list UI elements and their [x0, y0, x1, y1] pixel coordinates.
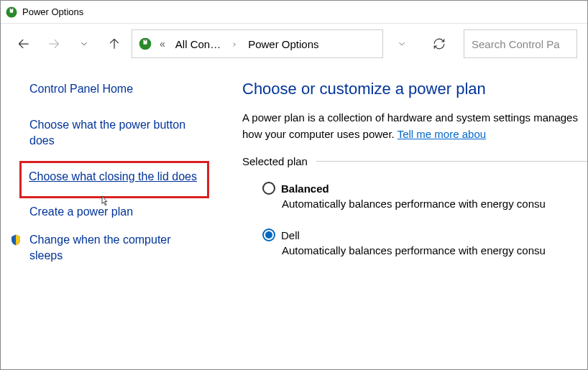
power-plan-option: Balanced Automatically balances performa… [262, 182, 587, 210]
group-label: Selected plan [242, 155, 313, 167]
selected-plan-group: Selected plan [242, 155, 587, 167]
power-plan-option: Dell Automatically balances performance … [262, 228, 587, 256]
window-title: Power Options [22, 6, 83, 17]
sidebar-link-power-button[interactable]: Choose what the power button does [29, 117, 205, 149]
radio-unchecked-icon[interactable] [262, 182, 275, 195]
breadcrumb-overflow-icon[interactable]: « [157, 38, 168, 50]
plan-name: Balanced [281, 182, 329, 195]
svg-rect-5 [144, 39, 146, 41]
recent-locations-dropdown[interactable] [71, 31, 97, 57]
page-heading: Choose or customize a power plan [242, 80, 587, 98]
up-button[interactable] [101, 31, 127, 57]
link-label: Choose what the power button does [29, 119, 185, 147]
window-titlebar: Power Options [1, 1, 587, 24]
divider [316, 161, 587, 162]
breadcrumb-segment[interactable]: All Con… [171, 38, 225, 50]
plan-name: Dell [281, 229, 300, 241]
shield-icon [9, 233, 22, 246]
svg-rect-2 [11, 8, 12, 9]
power-options-icon [5, 6, 18, 19]
sidebar-link-create-plan[interactable]: Create a power plan [29, 204, 205, 220]
search-input[interactable] [472, 38, 569, 50]
control-panel-home-link[interactable]: Control Panel Home [29, 83, 205, 96]
learn-more-link[interactable]: Tell me more abou [398, 128, 486, 140]
refresh-button[interactable] [425, 29, 454, 58]
power-options-icon [138, 37, 152, 51]
content-area: Control Panel Home Choose what the power… [1, 64, 587, 275]
navigation-bar: « All Con… Power Options [1, 24, 587, 64]
plan-radio-row[interactable]: Dell [262, 228, 587, 241]
sidebar: Control Panel Home Choose what the power… [1, 64, 216, 275]
plan-radio-row[interactable]: Balanced [262, 182, 587, 195]
back-button[interactable] [11, 31, 37, 57]
address-bar[interactable]: « All Con… Power Options [132, 29, 383, 58]
link-label: Change when the computer sleeps [29, 233, 171, 262]
sidebar-link-change-sleep[interactable]: Change when the computer sleeps [9, 232, 205, 264]
forward-button[interactable] [41, 31, 67, 57]
radio-checked-icon[interactable] [262, 228, 275, 241]
sidebar-link-closing-lid[interactable]: Choose what closing the lid does [19, 161, 209, 198]
link-label: Choose what closing the lid does [29, 170, 197, 182]
page-description: A power plan is a collection of hardware… [242, 110, 587, 142]
address-dropdown-button[interactable] [387, 29, 416, 58]
breadcrumb-segment[interactable]: Power Options [244, 38, 323, 50]
plan-description: Automatically balances performance with … [282, 244, 587, 256]
search-box[interactable] [464, 29, 577, 58]
link-label: Create a power plan [29, 205, 133, 218]
main-panel: Choose or customize a power plan A power… [216, 64, 587, 275]
chevron-right-icon[interactable] [228, 38, 241, 50]
plan-description: Automatically balances performance with … [282, 198, 587, 210]
